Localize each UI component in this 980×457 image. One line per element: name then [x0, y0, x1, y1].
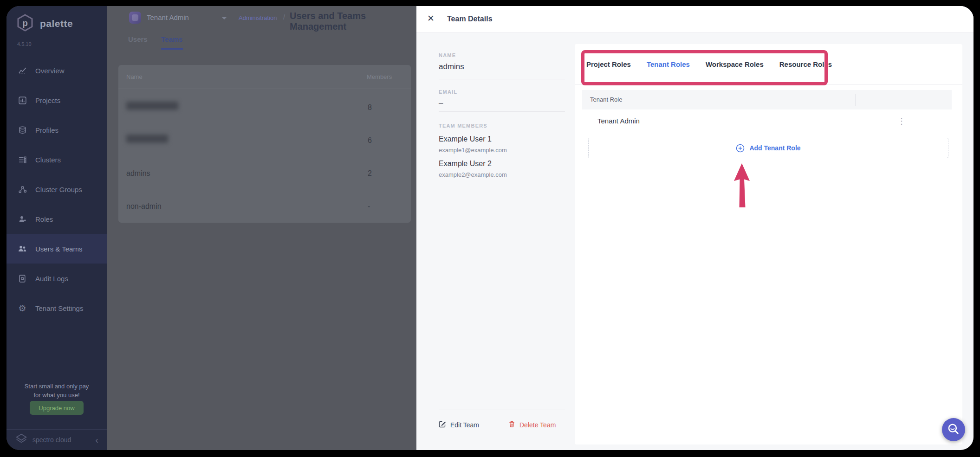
version-label: 4.5.10 — [17, 41, 32, 47]
sidebar-item-overview[interactable]: Overview — [6, 56, 107, 85]
sidebar-item-users-teams[interactable]: Users & Teams — [6, 234, 107, 264]
sidebar-nav: Overview Projects Profiles Clusters Clus… — [6, 56, 107, 323]
role-row-tenant-admin: Tenant Admin — [597, 117, 640, 125]
spectro-cloud-logo-icon — [15, 432, 28, 447]
field-divider — [439, 79, 565, 79]
sidebar-item-label: Clusters — [35, 156, 61, 164]
role-column-header: Tenant Role — [590, 90, 622, 109]
svg-text:p: p — [22, 18, 28, 28]
role-tabs: Project Roles Tenant Roles Workspace Rol… — [575, 44, 962, 84]
panel-header: ✕ Team Details — [416, 6, 974, 33]
palette-logo-icon: p — [16, 13, 34, 34]
table-header-divider — [118, 89, 411, 89]
logo-text: palette — [40, 18, 73, 29]
magnifier-smile-icon — [946, 422, 961, 437]
sidebar-item-label: Cluster Groups — [35, 186, 82, 193]
redacted-team-name — [126, 135, 168, 143]
tenant-avatar — [129, 12, 141, 24]
tab-workspace-roles[interactable]: Workspace Roles — [706, 44, 764, 84]
upgrade-now-button[interactable]: Upgrade now — [30, 401, 84, 415]
sidebar: p palette 4.5.10 Overview Projects Profi… — [6, 6, 107, 450]
sidebar-item-label: Users & Teams — [35, 245, 82, 253]
team-name: non-admin — [126, 202, 162, 211]
team-name: admins — [126, 169, 150, 178]
sidebar-item-tenant-settings[interactable]: ⚙ Tenant Settings — [6, 293, 107, 323]
tab-project-roles[interactable]: Project Roles — [586, 44, 631, 84]
delete-team-label: Delete Team — [519, 421, 556, 429]
page-title: Users and Teams Management — [290, 11, 416, 32]
active-tab-underline — [161, 48, 183, 50]
member-email: example1@example.com — [439, 147, 507, 154]
field-divider — [439, 111, 565, 112]
redacted-team-name — [126, 102, 178, 110]
members-count: 6 — [368, 136, 372, 145]
column-header-members: Members — [367, 73, 392, 80]
members-count: 2 — [368, 169, 372, 178]
close-icon[interactable]: ✕ — [427, 13, 435, 24]
roles-card: Project Roles Tenant Roles Workspace Rol… — [575, 44, 962, 444]
header-column-divider — [855, 94, 856, 106]
team-members-label: TEAM MEMBERS — [439, 123, 487, 129]
help-search-button[interactable] — [942, 418, 965, 441]
teams-table: Name Members 8 6 admins 2 non-admin - — [118, 65, 411, 223]
add-tenant-role-label: Add Tenant Role — [749, 144, 800, 152]
email-field-value: – — [439, 98, 443, 108]
brand-name: spectro cloud — [32, 436, 91, 444]
annotation-arrow-up — [732, 163, 752, 210]
palette-logo: p palette — [16, 13, 73, 34]
sidebar-item-cluster-groups[interactable]: Cluster Groups — [6, 174, 107, 204]
edit-pencil-icon — [439, 420, 446, 429]
edit-team-button[interactable]: Edit Team — [439, 420, 479, 429]
sidebar-item-label: Tenant Settings — [35, 304, 83, 312]
app-window: p palette 4.5.10 Overview Projects Profi… — [6, 6, 974, 450]
sidebar-item-label: Audit Logs — [35, 275, 68, 283]
gear-icon: ⚙ — [18, 303, 27, 313]
sidebar-item-clusters[interactable]: Clusters — [6, 145, 107, 174]
breadcrumb-separator: / — [283, 13, 285, 21]
list-icon — [18, 155, 27, 164]
tab-teams[interactable]: Teams — [161, 35, 182, 43]
name-field-label: NAME — [439, 52, 456, 58]
network-icon — [18, 185, 27, 194]
main-content-dimmed: Tenant Admin Administration / Users and … — [107, 6, 416, 450]
column-header-name: Name — [126, 73, 143, 80]
email-field-label: EMAIL — [439, 89, 457, 95]
role-table-header: Tenant Role — [582, 90, 952, 109]
chevron-down-icon[interactable] — [222, 17, 227, 19]
sidebar-item-label: Roles — [35, 215, 53, 223]
sidebar-item-roles[interactable]: Roles — [6, 204, 107, 234]
panel-title: Team Details — [447, 15, 493, 23]
breadcrumb-section[interactable]: Administration — [239, 14, 277, 21]
tenant-selector[interactable]: Tenant Admin — [147, 13, 189, 21]
sidebar-item-audit-logs[interactable]: Audit Logs — [6, 264, 107, 293]
member-name: Example User 1 — [439, 135, 492, 143]
sidebar-item-projects[interactable]: Projects — [6, 85, 107, 115]
member-email: example2@example.com — [439, 171, 507, 178]
members-count: - — [368, 202, 370, 211]
panel-footer-divider — [439, 410, 565, 410]
audit-log-icon — [18, 274, 27, 283]
tab-tenant-roles[interactable]: Tenant Roles — [647, 44, 690, 84]
sidebar-footer: spectro cloud ‹ — [6, 429, 107, 450]
sidebar-item-profiles[interactable]: Profiles — [6, 115, 107, 145]
sidebar-item-label: Profiles — [35, 126, 58, 134]
line-chart-icon — [18, 66, 27, 75]
bar-chart-icon — [18, 96, 27, 105]
members-count: 8 — [368, 103, 372, 112]
member-name: Example User 2 — [439, 160, 492, 168]
tab-resource-roles[interactable]: Resource Roles — [779, 44, 832, 84]
sidebar-item-label: Overview — [35, 67, 65, 75]
collapse-sidebar-chevron-icon[interactable]: ‹ — [95, 435, 98, 444]
upgrade-promo-text: Start small and only pay for what you us… — [6, 382, 107, 399]
edit-team-label: Edit Team — [450, 421, 479, 429]
people-icon — [18, 244, 27, 253]
tab-users[interactable]: Users — [128, 35, 148, 43]
team-details-panel: ✕ Team Details NAME admins EMAIL – TEAM … — [416, 6, 974, 450]
delete-team-button[interactable]: Delete Team — [508, 420, 556, 429]
name-field-value: admins — [439, 62, 464, 71]
kebab-menu-icon[interactable]: ⋮ — [893, 113, 910, 129]
sidebar-item-label: Projects — [35, 97, 60, 104]
add-tenant-role-button[interactable]: Add Tenant Role — [588, 138, 948, 158]
user-role-icon — [18, 214, 27, 224]
trash-icon — [508, 420, 515, 429]
